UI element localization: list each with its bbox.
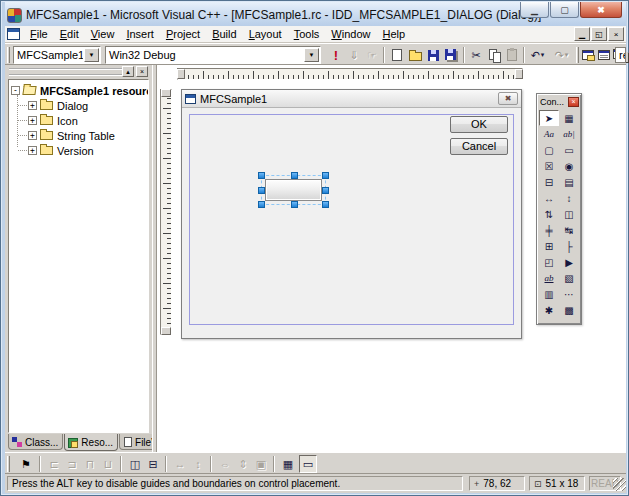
tool-month-calendar[interactable]: ▥: [539, 286, 559, 302]
align-left-button[interactable]: ⊏: [45, 455, 63, 473]
cut-button[interactable]: ✂: [467, 46, 485, 64]
expand-icon[interactable]: +: [28, 131, 37, 140]
expand-icon[interactable]: +: [28, 146, 37, 155]
menu-insert[interactable]: Insert: [120, 26, 160, 42]
align-bottom-button[interactable]: ⊔: [99, 455, 117, 473]
ruler-guide-handle[interactable]: [161, 327, 171, 335]
tree-item-label[interactable]: String Table: [57, 130, 115, 142]
tool-picture[interactable]: ▦: [559, 110, 579, 126]
align-right-button[interactable]: ⊐: [63, 455, 81, 473]
tool-tab-control[interactable]: ◰: [539, 254, 559, 270]
align-top-button[interactable]: ⊓: [81, 455, 99, 473]
expand-icon[interactable]: +: [28, 116, 37, 125]
maximize-button[interactable]: ▢: [550, 2, 579, 18]
tool-custom-control[interactable]: ✱: [539, 302, 559, 318]
project-combo[interactable]: MFCSample1 ▼: [13, 46, 101, 64]
mdi-document-icon[interactable]: [7, 28, 20, 40]
mdi-restore-button[interactable]: ◱: [591, 27, 607, 41]
toolbar-gripper[interactable]: [7, 47, 10, 63]
chevron-down-icon[interactable]: ▼: [304, 48, 319, 62]
resize-handle-top[interactable]: [291, 172, 298, 179]
toolbar-gripper[interactable]: [7, 456, 10, 472]
toolbox-titlebar[interactable]: Con... ×: [539, 96, 579, 108]
tool-rich-edit[interactable]: ab: [539, 270, 559, 286]
designed-dialog-client[interactable]: OK Cancel: [183, 109, 520, 337]
tool-spin[interactable]: ⇅: [539, 206, 559, 222]
space-across-button[interactable]: ↔: [171, 455, 189, 473]
designed-dialog[interactable]: MFCSample1 ✖ OK Cancel: [181, 89, 522, 339]
center-horizontal-button[interactable]: ⊟: [144, 455, 162, 473]
tree-item-label[interactable]: Dialog: [57, 100, 88, 112]
find-combo[interactable]: re: [615, 47, 626, 63]
tool-combo-box[interactable]: ⊟: [539, 174, 559, 190]
tree-item-label[interactable]: Version: [57, 145, 94, 157]
resize-handle-top-right[interactable]: [322, 172, 329, 179]
workspace-toggle-button[interactable]: [580, 46, 596, 64]
toolbar-gripper[interactable]: [576, 47, 579, 63]
resize-handle-right[interactable]: [322, 187, 329, 194]
tool-edit-box[interactable]: ab|: [559, 126, 579, 142]
open-button[interactable]: [406, 46, 424, 64]
tool-slider[interactable]: ╪: [539, 222, 559, 238]
close-button[interactable]: ✖: [580, 2, 622, 18]
tool-extended-combo-box[interactable]: ▩: [559, 302, 579, 318]
execute-program-button[interactable]: !: [327, 46, 345, 64]
menu-tools[interactable]: Tools: [288, 26, 326, 42]
tool-button[interactable]: ▭: [559, 142, 579, 158]
tool-progress[interactable]: ◫: [559, 206, 579, 222]
ruler-guide-handle[interactable]: [515, 69, 523, 79]
ruler-guide-handle[interactable]: [177, 69, 185, 79]
vertical-ruler[interactable]: [160, 89, 172, 335]
configuration-combo[interactable]: Win32 Debug ▼: [105, 46, 321, 64]
menu-project[interactable]: Project: [160, 26, 206, 42]
tool-tree-control[interactable]: ├: [559, 238, 579, 254]
tab-resourceview[interactable]: Reso...: [64, 434, 118, 451]
tab-classview[interactable]: Class...: [8, 434, 63, 450]
make-same-width-button[interactable]: ⇔: [216, 455, 234, 473]
tree-item-icon[interactable]: + Icon: [11, 113, 148, 128]
mdi-minimize-button[interactable]: ▁: [574, 27, 590, 41]
menu-help[interactable]: Help: [377, 26, 412, 42]
menu-edit[interactable]: Edit: [54, 26, 85, 42]
space-down-button[interactable]: ↕: [189, 455, 207, 473]
menu-build[interactable]: Build: [206, 26, 242, 42]
new-file-button[interactable]: [388, 46, 406, 64]
make-same-size-button[interactable]: ▣: [252, 455, 270, 473]
resize-handle-bottom[interactable]: [291, 201, 298, 208]
resize-handle-left[interactable]: [258, 187, 265, 194]
designed-dialog-titlebar[interactable]: MFCSample1 ✖: [182, 90, 521, 108]
tool-pointer[interactable]: ➤: [539, 110, 559, 126]
tool-radio-button[interactable]: ◉: [559, 158, 579, 174]
tree-root-row[interactable]: - MFCSample1 resources: [11, 83, 148, 98]
save-all-button[interactable]: [442, 46, 460, 64]
tool-vertical-scroll-bar[interactable]: ↕: [559, 190, 579, 206]
tool-date-time-picker[interactable]: ▧: [559, 270, 579, 286]
redo-button[interactable]: ↷▾: [550, 46, 573, 64]
tool-group-box[interactable]: ▢: [539, 142, 559, 158]
mdi-close-button[interactable]: ×: [608, 27, 624, 41]
resize-handle-top-left[interactable]: [258, 172, 265, 179]
tree-item-label[interactable]: Icon: [57, 115, 78, 127]
ruler-guide-handle[interactable]: [161, 89, 171, 97]
tool-list-box[interactable]: ▤: [559, 174, 579, 190]
minimize-button[interactable]: ▁: [520, 2, 549, 18]
tool-hot-key[interactable]: ↹: [559, 222, 579, 238]
breakpoint-button[interactable]: ☞: [363, 46, 381, 64]
collapse-icon[interactable]: -: [11, 86, 20, 95]
resize-grip[interactable]: [613, 478, 626, 491]
tool-horizontal-scroll-bar[interactable]: ↔: [539, 190, 559, 206]
toolbox-close-button[interactable]: ×: [568, 97, 579, 107]
horizontal-ruler[interactable]: [177, 68, 523, 80]
menu-layout[interactable]: Layout: [243, 26, 288, 42]
tree-item-version[interactable]: + Version: [11, 143, 148, 158]
tool-ip-address[interactable]: ⋯: [559, 286, 579, 302]
tree-item-string-table[interactable]: + String Table: [11, 128, 148, 143]
designed-dialog-close-button[interactable]: ✖: [498, 92, 518, 105]
toggle-grid-button[interactable]: ▦: [279, 455, 297, 473]
pane-expand-button[interactable]: ▴: [122, 66, 134, 77]
ok-button-control[interactable]: OK: [450, 116, 508, 133]
center-vertical-button[interactable]: ◫: [126, 455, 144, 473]
dialog-editor-surface[interactable]: MFCSample1 ✖ OK Cancel: [157, 65, 626, 452]
menu-view[interactable]: View: [85, 26, 121, 42]
copy-button[interactable]: [485, 46, 503, 64]
